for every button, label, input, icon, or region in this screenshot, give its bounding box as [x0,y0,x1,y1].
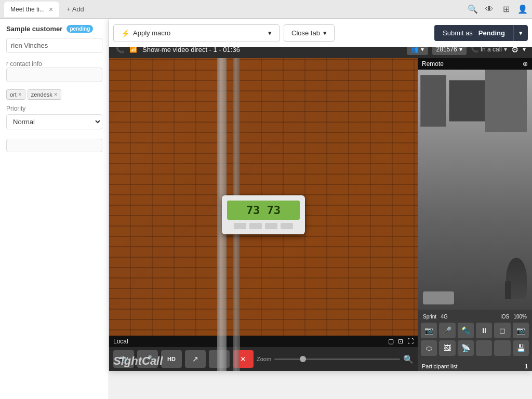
tab-title: Meet the ti... [10,6,45,13]
sidebar: Sample customer pending r contact info o… [0,19,109,399]
remote-flash-btn[interactable]: 🔦 [458,323,474,338]
remote-pause-btn[interactable]: ⏸ [476,323,492,338]
thermostat-background: 73 73 [109,58,418,371]
tag-zendesk-close[interactable]: × [54,91,58,98]
priority-section: Priority Normal [6,105,102,129]
tab-bar: Meet the ti... × + Add 🔍 👁 ⊞ 👤 [0,0,532,19]
remote-video-btn[interactable]: 📷 [421,323,437,338]
remote-ctrl-row-1: 📷 🎤 🔦 ⏸ ◻ 📷 [421,323,529,338]
submit-button[interactable]: Submit as Pending [434,25,513,41]
remote-label: Remote [422,60,444,68]
participant-list-bar[interactable]: Participant list 1 [418,361,532,371]
bw-building-3 [485,70,527,132]
submit-chevron-button[interactable]: ▾ [513,25,528,41]
remote-oval-btn[interactable]: ⬭ [421,340,437,356]
local-video: 73 73 [109,58,418,371]
bottom-bar: ⚡ Apply macro ▾ Close tab ▾ Submit as Pe… [109,19,532,47]
user-icon[interactable]: 👤 [517,4,528,15]
tag-ort: ort × [6,89,25,100]
priority-select[interactable]: Normal [6,114,102,129]
add-tab-button[interactable]: + Add [61,5,89,13]
zoom-slider[interactable] [274,358,400,360]
remote-extra-btn2[interactable] [494,340,510,356]
zoom-thumb [300,356,306,362]
grid-icon[interactable]: ⊞ [501,4,511,15]
browser-icons: 🔍 👁 ⊞ 👤 [468,4,528,15]
remote-video-feed [418,70,532,310]
content-area: SightCall for Zendesk 👁 📞 📶 Show-me vide… [109,19,532,399]
remote-video-panel: Remote ⊕ [418,58,532,371]
tag-zendesk: zendesk × [28,89,61,100]
search-icon[interactable]: 🔍 [468,4,478,15]
agent-name-field[interactable] [6,38,102,53]
local-fullscreen-icon[interactable]: ⛶ [407,338,414,345]
tag-zendesk-label: zendesk [31,91,52,98]
sightcall-logo: SightCall [113,354,163,368]
remote-cast-btn[interactable]: 📡 [458,340,474,356]
contact-info-input[interactable] [6,68,102,82]
submit-group: Submit as Pending ▾ [434,25,528,41]
local-share-btn[interactable]: ↗ [185,350,206,368]
apply-macro-chevron: ▾ [268,29,272,37]
zoom-area: Zoom 🔍 [257,354,414,364]
thermo-btn-4 [281,223,293,229]
assignee-input[interactable] [6,139,102,152]
wifi-icon: 📶 [129,46,137,53]
local-label: Local [113,338,128,345]
main-area: Sample customer pending r contact info o… [0,19,532,399]
tab-close-button[interactable]: × [49,5,53,14]
bw-building-1 [420,75,446,127]
local-header: Local ▢ ⊡ ⛶ [109,336,418,347]
local-window-icon[interactable]: ▢ [388,338,394,345]
carrier-label: Sprint 4G [423,314,448,320]
thermo-btn-1 [234,223,246,229]
customer-name: Sample customer [6,25,62,33]
participants-icon: 👥 [411,46,419,53]
bw-car [423,291,454,304]
submit-label: Submit as [443,29,473,37]
sidebar-header: Sample customer pending [6,25,102,33]
participant-list-label: Participant list [422,363,457,369]
remote-controls: Sprint 4G iOS 100% 📷 [418,310,532,361]
apply-macro-label: Apply macro [133,29,170,37]
number-label: 281576 [436,46,457,53]
bw-building-2 [449,80,485,122]
thermo-btn-3 [265,223,277,229]
zoom-label: Zoom [257,356,271,362]
tag-ort-close[interactable]: × [18,91,22,98]
remote-target-icon[interactable]: ⊕ [523,60,528,68]
close-tab-chevron: ▾ [323,29,327,37]
close-tab-button[interactable]: Close tab ▾ [284,24,335,42]
close-tab-label: Close tab [291,29,320,37]
assignee-section [6,139,102,152]
eye-icon[interactable]: 👁 [484,4,495,15]
in-call-chevron: ▾ [504,46,507,53]
remote-image-btn[interactable]: 🖼 [439,340,455,356]
contact-info-section: r contact info [6,58,102,82]
priority-label: Priority [6,105,102,112]
tag-ort-label: ort [10,91,17,98]
contact-info-label: r contact info [6,60,102,68]
local-hd-btn[interactable]: HD [161,350,182,368]
remote-mic-btn[interactable]: 🎤 [439,323,455,338]
remote-photo-btn[interactable]: 📷 [513,323,529,338]
remote-header: Remote ⊕ [418,58,532,70]
thermostat-buttons [227,223,300,229]
thermo-btn-2 [249,223,262,229]
submit-status: Pending [478,29,505,37]
gear-chevron[interactable]: ▾ [523,46,526,53]
apply-macro-button[interactable]: ⚡ Apply macro ▾ [113,24,280,42]
remote-extra-btn1[interactable] [476,340,492,356]
local-controls-panel: Local ▢ ⊡ ⛶ 📷 🎤 HD ↗ ✕ Zoom [109,336,418,371]
local-icons: ▢ ⊡ ⛶ [388,338,414,345]
thermostat-device: 73 73 [222,195,305,234]
phone-small-icon: 📞 [471,46,478,53]
browser-tab[interactable]: Meet the ti... × [4,2,59,17]
local-expand-icon[interactable]: ⊡ [398,338,403,345]
remote-erase-btn[interactable]: ◻ [494,323,510,338]
remote-ctrl-row-2: ⬭ 🖼 📡 💾 [421,340,529,356]
status-badge: pending [66,25,93,33]
sightcall-widget: SightCall for Zendesk 👁 📞 📶 Show-me vide… [109,19,532,371]
remote-save-btn[interactable]: 💾 [513,340,529,356]
number-chevron: ▾ [459,46,462,53]
